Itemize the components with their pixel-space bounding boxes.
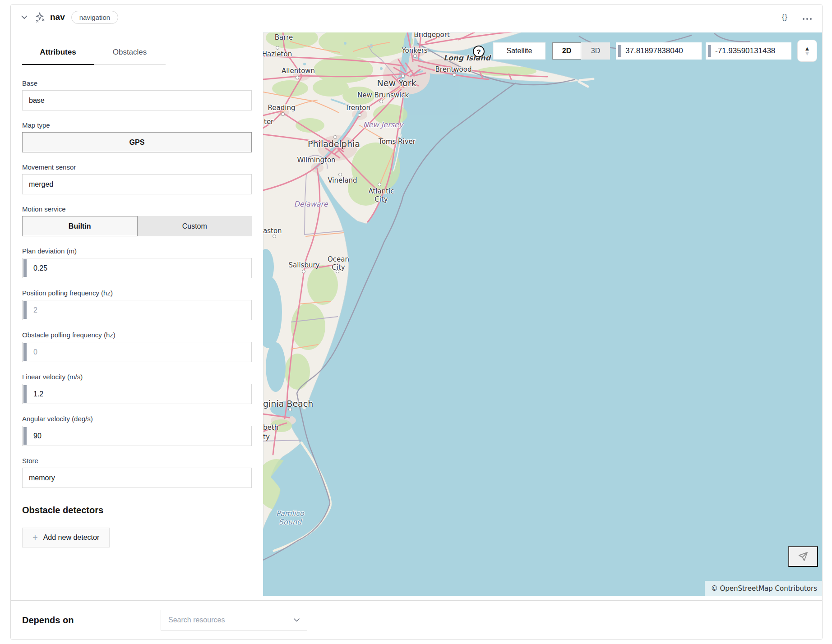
motion-service-segmented: Builtin Custom [22,216,252,236]
map-mode-toggle: 2D 3D [552,42,610,60]
obstacle-detectors-heading: Obstacle detectors [22,505,252,515]
obstacle-polling-label: Obstacle polling frequency (hz) [22,331,252,339]
add-detector-label: Add new detector [43,534,100,542]
longitude-value: -71.93590131438 [715,46,775,55]
movement-sensor-label: Movement sensor [22,163,252,171]
number-accent-bar [708,45,711,57]
help-icon[interactable]: ? [473,46,485,57]
resource-name: nav [50,12,65,22]
collapse-chevron-icon[interactable] [21,14,28,21]
position-polling-label: Position polling frequency (hz) [22,289,252,297]
field-motion-service: Motion service Builtin Custom [22,205,252,236]
map-type-gps-button[interactable]: GPS [22,132,252,152]
angular-velocity-label: Angular velocity (deg/s) [22,415,252,423]
satellite-toggle-button[interactable]: Satellite [493,42,545,60]
field-angular-velocity: Angular velocity (deg/s) [22,415,252,446]
linear-velocity-input[interactable] [22,384,252,404]
resource-type-badge: navigation [71,11,118,24]
code-json-icon[interactable]: {} [782,13,788,22]
longitude-input[interactable]: -71.93590131438 [706,42,791,60]
field-obstacle-polling: Obstacle polling frequency (hz) [22,331,252,362]
field-plan-deviation: Plan deviation (m) [22,247,252,278]
plan-deviation-input[interactable] [22,258,252,278]
depends-on-label: Depends on [22,615,161,626]
search-resources-placeholder: Search resources [168,616,225,624]
depends-on-select[interactable]: Search resources [161,610,307,630]
map-artwork [263,32,823,596]
depends-on-section: Depends on Search resources [11,600,822,639]
map-attribution: © OpenStreetMap Contributors [705,581,823,596]
field-position-polling: Position polling frequency (hz) [22,289,252,320]
store-label: Store [22,457,252,465]
map-type-label: Map type [22,121,252,129]
recenter-button[interactable] [788,546,818,567]
tab-attributes[interactable]: Attributes [22,42,94,65]
card-header: nav navigation {} [11,5,822,30]
field-movement-sensor: Movement sensor [22,163,252,194]
number-accent-bar [618,45,621,57]
field-map-type: Map type GPS [22,121,252,152]
latitude-value: 37.81897838040 [625,46,683,55]
linear-velocity-label: Linear velocity (m/s) [22,373,252,381]
mode-2d-button[interactable]: 2D [552,42,581,60]
tab-bar: Attributes Obstacles [22,42,252,65]
field-store: Store [22,457,252,488]
store-input[interactable] [22,468,252,488]
motion-service-builtin-button[interactable]: Builtin [22,216,138,236]
resource-card: nav navigation {} Attributes Obstacles B… [10,4,823,640]
send-location-icon [798,551,809,562]
base-label: Base [22,79,252,87]
motion-service-label: Motion service [22,205,252,213]
plan-deviation-label: Plan deviation (m) [22,247,252,255]
overflow-menu-icon[interactable] [802,12,812,22]
plus-icon: + [32,533,38,543]
chevron-down-icon [294,618,300,622]
obstacle-polling-input[interactable] [22,342,252,362]
latitude-input[interactable]: 37.81897838040 [616,42,702,60]
field-linear-velocity: Linear velocity (m/s) [22,373,252,404]
base-input[interactable] [22,90,252,110]
position-polling-input[interactable] [22,300,252,320]
movement-sensor-input[interactable] [22,174,252,194]
config-panel: Attributes Obstacles Base Map type GPS M… [11,31,263,600]
step-down-icon[interactable]: ▼ [804,51,810,56]
navigation-service-icon [34,12,46,23]
motion-service-custom-button[interactable]: Custom [138,216,252,236]
navigation-map[interactable]: BarreHazletonAllentownReadingterPhiladel… [263,32,823,596]
mode-3d-button[interactable]: 3D [581,42,610,60]
tab-obstacles[interactable]: Obstacles [94,42,166,65]
add-detector-button[interactable]: + Add new detector [22,528,110,547]
coordinate-stepper[interactable]: ▲ ▼ [797,40,817,62]
angular-velocity-input[interactable] [22,426,252,446]
field-base: Base [22,79,252,110]
